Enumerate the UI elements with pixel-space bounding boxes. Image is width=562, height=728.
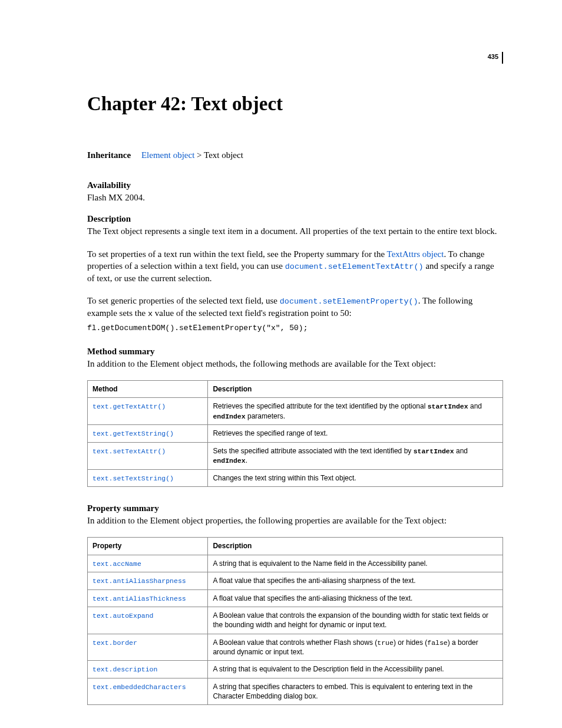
row-description: Sets the specified attribute associated … <box>208 442 503 469</box>
description-col-header: Description <box>208 380 503 397</box>
desc-p2a: To set properties of a text run within t… <box>87 249 387 259</box>
inheritance-label: Inheritance <box>87 150 131 160</box>
property-summary-section: Property summary In addition to the Elem… <box>87 503 503 705</box>
textattrs-link[interactable]: TextAttrs object <box>387 249 444 259</box>
api-link[interactable]: text.getTextAttr() <box>92 403 166 410</box>
row-description: A float value that specifies the anti-al… <box>208 572 503 590</box>
api-link[interactable]: text.description <box>92 666 157 673</box>
table-row: text.embeddedCharactersA string that spe… <box>88 678 503 704</box>
api-link[interactable]: text.embeddedCharacters <box>92 683 186 691</box>
chapter-title: Chapter 42: Text object <box>87 93 503 115</box>
availability-body: Flash MX 2004. <box>87 192 503 203</box>
row-description: A string that is equivalent to the Descr… <box>208 661 503 678</box>
availability-section: Availability Flash MX 2004. <box>87 180 503 203</box>
property-col-header: Property <box>88 538 208 555</box>
method-summary-table: Method Description text.getTextAttr()Ret… <box>87 380 503 487</box>
table-row: text.getTextString()Retrieves the specif… <box>88 425 503 443</box>
row-description: A Boolean value that controls whether Fl… <box>208 634 503 661</box>
row-description: Changes the text string within this Text… <box>208 469 503 487</box>
row-description: A string that specifies characters to em… <box>208 678 503 704</box>
table-row: text.accNameA string that is equivalent … <box>88 555 503 572</box>
table-row: text.autoExpandA Boolean value that cont… <box>88 607 503 634</box>
inheritance-line: Inheritance Element object > Text object <box>87 150 503 160</box>
method-summary-section: Method summary In addition to the Elemen… <box>87 347 503 487</box>
api-link[interactable]: text.setTextAttr() <box>92 447 166 455</box>
property-summary-heading: Property summary <box>87 503 503 513</box>
desc-p3a: To set generic properties of the selecte… <box>87 296 280 305</box>
inheritance-link[interactable]: Element object <box>141 150 194 160</box>
table-row: text.borderA Boolean value that controls… <box>88 634 503 661</box>
api-link[interactable]: text.antiAliasThickness <box>92 595 186 602</box>
api-link[interactable]: text.border <box>92 639 137 647</box>
table-row: text.descriptionA string that is equival… <box>88 661 503 678</box>
method-col-header: Method <box>88 380 208 397</box>
property-summary-table: Property Description text.accNameA strin… <box>87 537 503 705</box>
desc-p3c: value of the selected text field's regis… <box>153 308 352 318</box>
availability-heading: Availability <box>87 180 503 190</box>
description-section: Description The Text object represents a… <box>87 214 503 332</box>
row-description: Retrieves the specified attribute for th… <box>208 398 503 425</box>
api-link[interactable]: text.getTextString() <box>92 430 174 437</box>
desc-p3x: x <box>148 309 153 318</box>
page-number: 435 <box>488 52 503 64</box>
code-block: fl.getDocumentDOM().setElementProperty("… <box>87 324 503 332</box>
row-description: Retrieves the specified range of text. <box>208 425 503 443</box>
property-summary-intro: In addition to the Element object proper… <box>87 515 503 526</box>
table-row: text.antiAliasSharpnessA float value tha… <box>88 572 503 590</box>
description-heading: Description <box>87 214 503 224</box>
setelementtextattr-link[interactable]: document.setElementTextAttr() <box>285 262 424 271</box>
api-link[interactable]: text.accName <box>92 560 141 568</box>
api-link[interactable]: text.setTextString() <box>92 475 174 482</box>
inheritance-current: Text object <box>204 150 243 160</box>
setelementproperty-link[interactable]: document.setElementProperty() <box>280 297 418 306</box>
table-row: text.getTextAttr()Retrieves the specifie… <box>88 398 503 425</box>
table-row: text.setTextString()Changes the text str… <box>88 469 503 487</box>
inheritance-sep: > <box>194 150 204 160</box>
table-row: text.antiAliasThicknessA float value tha… <box>88 589 503 607</box>
method-summary-intro: In addition to the Element object method… <box>87 358 503 370</box>
row-description: A Boolean value that controls the expans… <box>208 607 503 634</box>
table-row: text.setTextAttr()Sets the specified att… <box>88 442 503 469</box>
row-description: A string that is equivalent to the Name … <box>208 555 503 572</box>
description-p3: To set generic properties of the selecte… <box>87 295 503 319</box>
row-description: A float value that specifies the anti-al… <box>208 589 503 607</box>
api-link[interactable]: text.autoExpand <box>92 612 154 620</box>
description-col-header: Description <box>208 538 503 555</box>
description-p1: The Text object represents a single text… <box>87 225 503 237</box>
method-summary-heading: Method summary <box>87 347 503 357</box>
description-p2: To set properties of a text run within t… <box>87 248 503 285</box>
api-link[interactable]: text.antiAliasSharpness <box>92 577 186 585</box>
